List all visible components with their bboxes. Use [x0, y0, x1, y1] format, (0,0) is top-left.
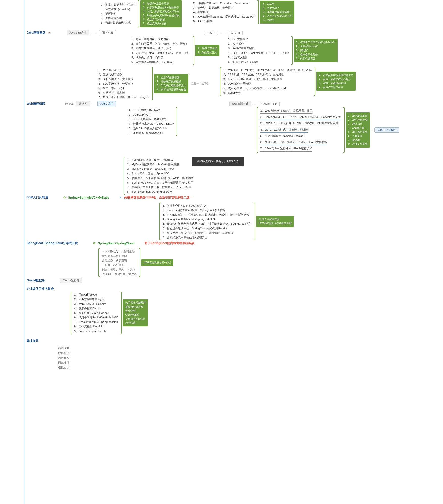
pill-java-syntax[interactable]: Java基础语法 [67, 30, 89, 35]
pill-servlet[interactable]: Servlet+JSP [259, 102, 280, 106]
s3-list-b: 1、Web容器Tomcat介绍、常见配置、使用 2、Servelet基础、HTT… [260, 107, 341, 153]
s10-list: 1、前端UI框架vue2、web前端服务器Nginx3、web安全认证框架shi… [74, 292, 118, 334]
s2-list-a: 1、数据库原理SQL2、数据类型与函数3、SQL基础语法、关联查询4、SQL高级… [98, 67, 149, 100]
s9-title: Oracel数据库 [27, 278, 45, 283]
s1-list-a: 1、封装、类与对象、面向对象2、类之间的关系（关联、依赖、泛化、聚集）3、面向对… [131, 36, 191, 65]
s6-list: 1、微服务介绍+spring boot 介绍+入门2、properties配置与… [163, 203, 252, 240]
s5-p1: Spring+SpringMVC+MyBatis [68, 196, 109, 199]
s3-list-a: 1、JDBC原理、基础编程2、JDBC核心API3、JDBC高级编程、DAO模式… [129, 107, 174, 136]
s3-title: Web编程初探 [27, 102, 45, 106]
s2-box-b: 1、百度新闻发布系统前端页面2、新浪、网易导航页面制作3、搜狐、网易模块布局4、… [316, 72, 356, 91]
s5-title: SSM入门到精通 [27, 195, 48, 200]
s2-box-a: 1、企业OA数据管理2、宠物商店数据建模3、B2C解行网数据库设计4、掌字内部管… [154, 74, 188, 93]
s7-p2: 基于SpringBoot的商城管理系统实战 [145, 241, 194, 245]
s8-box: ATM系统数据建模+实战 [141, 259, 173, 266]
s6-box: 云尚千台解决方案B2C系统后台分布式解决方案 [256, 216, 294, 227]
s10-box: 电子商务购物网站垂直旅游信息网银行官网OA管理系统小组自主设计项目选学内容 [123, 299, 148, 326]
s1-box-a: 1、智能门禁系统2、AI智能机器人 [195, 45, 219, 56]
mysql-label: MySQL [65, 102, 73, 105]
s7-title: SpringBoot+SpringCloud分布式开发 [27, 241, 78, 245]
pill-select2[interactable]: 选择一个或两个 [374, 127, 399, 133]
s11-title: 就业指导 [27, 339, 39, 343]
s7-p1: SpringBoot+SpringCloud [98, 242, 134, 245]
s11-list: 面试沟通 职场礼仪 简历制作 面试技巧 模拟面试 [0, 346, 443, 370]
top-list-a: 2、变量、数据类型、运算符3、分支结构（if/switch）4、循环结构5、面向… [101, 2, 136, 26]
java-icon: ☕ [48, 31, 51, 34]
pill-oop[interactable]: 面向对象 [99, 30, 116, 35]
pill-j2se2[interactable]: J2SE II [228, 31, 242, 35]
s2-list-b: 1、web概述、HTML概述、HTML文本处理、图像、超链接、表格、表单2、CS… [223, 67, 312, 96]
note-select-1: 选择一个或两个 [189, 82, 211, 85]
pill-webfe[interactable]: web前端基础 [229, 101, 251, 106]
s1-title: Java基础复盘 [27, 31, 45, 35]
s1-box-b: 1、模拟火车票订票系统高并发环境2、文件配置器系统3、聊天室4、点对点即是通信5… [294, 39, 338, 62]
spring-icon: ❂ [93, 242, 95, 245]
top-box-b: 1、万年历2、斗牛发牌了3、医腾教育版员统招聘4、企业员工信息管理系统5、斗地主 [260, 1, 294, 24]
s8-list: oracle基础入门、查询基础权限管理与用户管理分组函数、多表查询子查询、高级查… [102, 248, 137, 277]
top-list-b: 2、日期操作类Date、Calendar、DataFormat3、集合类、数据结… [193, 0, 255, 24]
screenshot-tooltip[interactable]: 滚动鼠标轴或单击，开始截长图 [192, 157, 244, 166]
s1-list-b: 1、File文件操作2、IO流操作3、多线程与并发编程4、TCP、UDP、Soc… [228, 36, 289, 65]
s4-list: 1、XML解析与创建、反射、代理模式2、MyBatis框架的简介、MyBatis… [127, 157, 193, 195]
s3-box-b: 1、新闻发布系统2、用户信息管理3、网上花店4、web聊天室5、网上书店系统6、… [346, 112, 370, 148]
s5-p2: 商摸城管理系统-SSM版、企业权限管理系统二选一 [124, 195, 192, 200]
s10-title: 企业级使用技术集合 [27, 287, 54, 291]
pill-db[interactable]: 数据库 [76, 101, 90, 106]
pill-jdbc[interactable]: JDBC编程 [97, 101, 116, 106]
pill-oracle[interactable]: Oracle数据库 [60, 278, 82, 283]
pill-j2se1[interactable]: J2SE I [204, 31, 218, 35]
top-box-a: 2、冷猜中+盘盈彩排序3、模拟双林盟主选举+智能跟号4、华氏、摄氏温度转化+对码… [140, 0, 182, 27]
